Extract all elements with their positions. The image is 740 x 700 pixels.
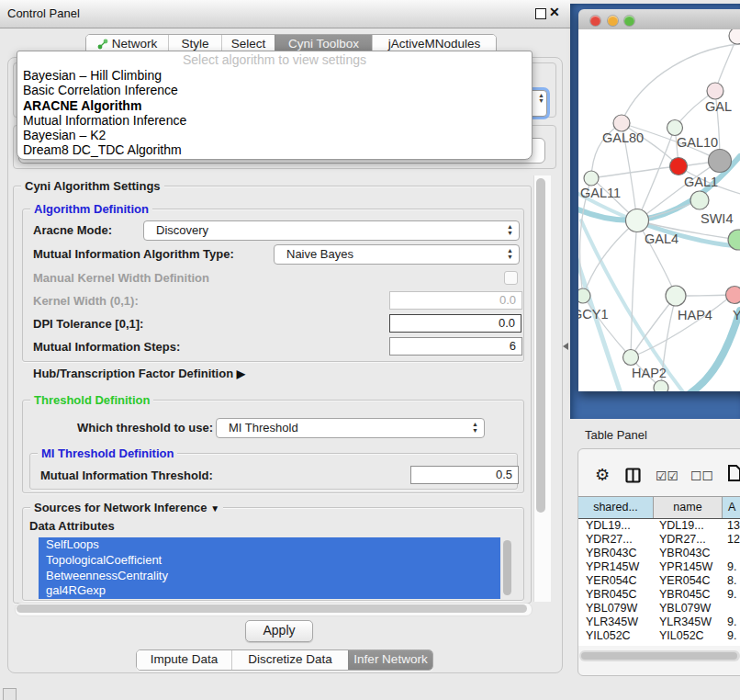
which-threshold-combobox[interactable]: MI Threshold ▲▼: [216, 418, 485, 438]
table-hscrollbar-thumb[interactable]: [581, 652, 737, 660]
algorithm-option[interactable]: Bayesian – Hill Climbing: [17, 68, 532, 83]
hub-definition-text: Hub/Transcription Factor Definition: [33, 367, 233, 380]
settings-vscrollbar-thumb[interactable]: [536, 178, 545, 513]
network-node[interactable]: [670, 158, 688, 175]
network-node[interactable]: [613, 115, 630, 131]
table-cell[interactable]: YBR045C: [659, 588, 711, 602]
table-cell[interactable]: 12: [727, 533, 740, 547]
mi-threshold-field[interactable]: 0.5: [410, 466, 519, 484]
attribute-item[interactable]: gal4RGexp: [39, 583, 500, 599]
mi-algorithm-label: Mutual Information Algorithm Type:: [33, 247, 234, 261]
column-header-partial[interactable]: A: [723, 497, 740, 518]
manual-kernel-checkbox[interactable]: [504, 271, 518, 285]
mi-steps-field[interactable]: 6: [389, 337, 522, 356]
close-icon[interactable]: ✕: [549, 5, 560, 19]
kernel-width-field[interactable]: 0.0: [389, 291, 522, 310]
table-cell[interactable]: YBR043C: [586, 547, 637, 560]
table-cell[interactable]: YDL19...: [659, 519, 704, 533]
table-cell[interactable]: YDR27...: [586, 533, 633, 547]
tab-discretize-data[interactable]: Discretize Data: [231, 650, 348, 670]
close-traffic-light-icon[interactable]: [590, 16, 600, 26]
zoom-traffic-light-icon[interactable]: [624, 16, 634, 26]
algorithm-option[interactable]: Basic Correlation Inference: [17, 83, 532, 97]
attribute-item[interactable]: SelfLoops: [39, 537, 500, 553]
stepper-icon[interactable]: ▲▼: [507, 248, 513, 260]
table-cell[interactable]: YPR145W: [659, 560, 712, 574]
expand-arrow-icon[interactable]: ▶: [237, 367, 245, 380]
table-cell[interactable]: 9.: [727, 615, 736, 629]
algorithm-option[interactable]: Mutual Information Inference: [17, 113, 532, 128]
algorithm-option[interactable]: Dream8 DC_TDC Algorithm: [17, 142, 532, 157]
column-header-name[interactable]: name: [654, 497, 723, 518]
table-cell[interactable]: YDL19...: [586, 519, 631, 533]
table-row[interactable]: YPR145WYPR145W9.: [578, 560, 740, 574]
table-row[interactable]: YBR043CYBR043C: [578, 547, 740, 560]
table-cell[interactable]: YBR043C: [659, 547, 711, 560]
network-node[interactable]: [707, 83, 723, 99]
table-cell[interactable]: YDR27...: [659, 533, 706, 547]
network-node[interactable]: [729, 29, 740, 44]
split-pane-handle[interactable]: [563, 343, 568, 350]
network-node[interactable]: [626, 209, 649, 232]
tab-impute-data[interactable]: Impute Data: [137, 650, 231, 670]
gear-icon[interactable]: ⚙: [595, 465, 610, 485]
table-cell[interactable]: YBR045C: [586, 588, 637, 602]
stepper-icon[interactable]: ▲▼: [507, 224, 513, 236]
settings-hscrollbar-thumb[interactable]: [17, 604, 527, 613]
network-node[interactable]: [690, 191, 709, 209]
network-node[interactable]: [584, 171, 599, 186]
table-cell[interactable]: YLR345W: [659, 615, 712, 629]
table-row[interactable]: YDL19...YDL19...13: [578, 519, 740, 533]
split-columns-icon[interactable]: [625, 468, 641, 487]
table-row[interactable]: YDR27...YDR27...12: [578, 533, 740, 547]
network-node[interactable]: [578, 288, 590, 303]
attribute-item[interactable]: BetweennessCentrality: [39, 569, 500, 584]
network-node[interactable]: [709, 150, 732, 173]
table-cell[interactable]: 9.: [727, 560, 736, 574]
table-cell[interactable]: YER054C: [586, 574, 637, 588]
collapse-arrow-icon[interactable]: ▼: [210, 503, 219, 514]
network-window-titlebar[interactable]: [578, 9, 740, 30]
algorithm-option[interactable]: Bayesian – K2: [17, 128, 532, 142]
network-node[interactable]: [667, 120, 683, 136]
table-cell[interactable]: 9.: [727, 629, 736, 643]
algorithm-option[interactable]: ARACNE Algorithm: [17, 98, 532, 113]
mi-algorithm-combobox[interactable]: Naive Bayes ▲▼: [274, 244, 520, 265]
table-cell[interactable]: YLR345W: [586, 615, 638, 629]
apply-button[interactable]: Apply: [245, 620, 313, 642]
tab-infer-network[interactable]: Infer Network: [348, 650, 432, 670]
table-cell[interactable]: YER054C: [659, 574, 711, 588]
column-header-shared[interactable]: shared...: [578, 497, 654, 518]
file-icon[interactable]: [727, 464, 740, 486]
table-row[interactable]: YER054CYER054C8.: [578, 574, 740, 588]
table-cell[interactable]: YBL079W: [659, 602, 711, 615]
network-node[interactable]: [666, 286, 686, 306]
minimize-traffic-light-icon[interactable]: [608, 16, 618, 26]
attribute-item[interactable]: TopologicalCoefficient: [39, 553, 500, 569]
attribute-list-scrollbar[interactable]: [503, 540, 511, 595]
table-cell[interactable]: 8.: [727, 574, 736, 588]
float-window-icon[interactable]: [535, 8, 546, 19]
table-cell[interactable]: YBL079W: [586, 602, 637, 615]
network-canvas[interactable]: GALGAL80GAL10GAL1GAL11SWI4GAL4GCY1HAP4YH…: [578, 29, 740, 391]
hub-definition-label[interactable]: Hub/Transcription Factor Definition ▶: [33, 367, 245, 380]
dpi-tolerance-field[interactable]: 0.0: [389, 314, 521, 333]
table-cell[interactable]: 13: [727, 519, 740, 533]
table-row[interactable]: YIL052CYIL052C9.: [578, 629, 740, 643]
network-node[interactable]: [623, 350, 639, 366]
checked-boxes-icon[interactable]: ☑☑: [656, 469, 678, 483]
aracne-mode-combobox[interactable]: Discovery ▲▼: [143, 220, 520, 241]
network-node[interactable]: [654, 380, 668, 391]
table-row[interactable]: YLR345WYLR345W9.: [578, 615, 740, 629]
table-cell[interactable]: YPR145W: [586, 560, 639, 574]
network-node[interactable]: [726, 287, 740, 304]
table-row[interactable]: YBR045CYBR045C9.: [578, 588, 740, 602]
table-cell[interactable]: YIL052C: [659, 629, 704, 643]
stepper-icon[interactable]: ▲▼: [472, 422, 478, 434]
table-cell[interactable]: YIL052C: [586, 629, 631, 643]
network-view-window[interactable]: GALGAL80GAL10GAL1GAL11SWI4GAL4GCY1HAP4YH…: [578, 9, 740, 391]
minimized-panel-icon[interactable]: [3, 688, 17, 700]
table-row[interactable]: YBL079WYBL079W: [578, 602, 740, 615]
table-cell[interactable]: 9.: [727, 588, 736, 602]
unchecked-boxes-icon[interactable]: ☐☐: [690, 469, 713, 483]
